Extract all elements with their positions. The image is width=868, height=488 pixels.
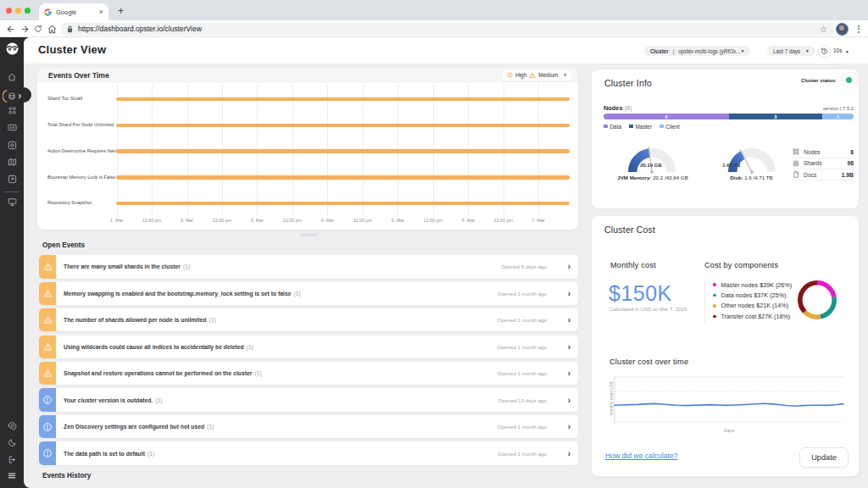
sidebar-logout-icon[interactable]: [0, 455, 24, 464]
event-row[interactable]: Zen Discovery settings are configured bu…: [39, 415, 578, 438]
opster-logo[interactable]: [0, 42, 24, 55]
cluster-status-badge: [842, 73, 856, 87]
events-history-title: Events History: [42, 472, 91, 480]
sidebar-monitor-icon[interactable]: [0, 197, 24, 207]
cluster-version: version | 7.5.2: [823, 106, 854, 111]
tab-title: Google: [56, 8, 99, 16]
refresh-icon[interactable]: [32, 23, 44, 35]
cluster-status-label: Cluster status:: [801, 78, 837, 83]
cost-donut-chart: [796, 279, 838, 321]
legend-dot: [713, 304, 716, 308]
event-row[interactable]: Snapshot and restore operations cannot b…: [39, 362, 578, 385]
sidebar-export-icon[interactable]: [0, 175, 24, 184]
event-row[interactable]: There are many small shards in the clust…: [39, 255, 578, 278]
sidebar-cluster-view-icon[interactable]: [0, 89, 24, 103]
chevron-right-icon[interactable]: ›: [568, 308, 570, 331]
window-minimize-button[interactable]: [15, 8, 21, 14]
back-icon[interactable]: [4, 23, 16, 35]
event-count: (1): [254, 370, 261, 376]
event-row[interactable]: Using wildcards could cause all indices …: [39, 336, 578, 358]
cost-chart-ylabel: Monthly costs US$: [609, 369, 614, 429]
chart-category-label: Action Destructive Requires Name: [47, 148, 120, 153]
event-title: Snapshot and restore operations cannot b…: [64, 362, 262, 385]
app-header: Cluster View Cluster | opster-mclb-logs …: [24, 37, 868, 64]
sidebar-nodes-icon[interactable]: [0, 106, 24, 115]
chevron-right-icon[interactable]: ›: [568, 336, 570, 358]
browser-tab[interactable]: Google ×: [39, 3, 108, 20]
update-button[interactable]: Update: [799, 447, 849, 468]
address-bar[interactable]: https://dashboard.opster.io/clusterView …: [60, 23, 834, 36]
event-row[interactable]: Memory swapping is enabled and the boots…: [39, 282, 578, 305]
sidebar-moon-icon[interactable]: [0, 438, 24, 447]
bookmark-star-icon[interactable]: ☆: [820, 25, 827, 34]
cost-components-label: Cost by components: [704, 261, 778, 269]
cost-over-time-chart: [592, 373, 859, 432]
sidebar-settings-box-icon[interactable]: [0, 141, 24, 150]
event-title: Your cluster version is outdated.(1): [64, 388, 163, 411]
sidebar-gear-icon[interactable]: [0, 421, 24, 430]
legend-dot: [713, 294, 716, 297]
auto-refresh-button[interactable]: [818, 45, 831, 58]
event-row[interactable]: Your cluster version is outdated.(1)Open…: [39, 388, 578, 411]
home-icon[interactable]: [46, 23, 58, 35]
tab-close-icon[interactable]: ×: [99, 8, 103, 16]
event-opened-label: Opened 1 month ago: [498, 441, 547, 464]
cost-note: Calculated in USD on Mar 7, 2023: [609, 307, 687, 312]
how-did-we-calculate-link[interactable]: How did we calculate?: [605, 452, 678, 460]
chevron-down-icon[interactable]: ▼: [845, 49, 849, 54]
event-opened-label: Opened 1 month ago: [498, 415, 547, 438]
sidebar-report-icon[interactable]: [0, 123, 24, 132]
nodes-legend: DataMasterClient: [604, 124, 680, 130]
chart-category-label: Shard Too Small: [47, 96, 82, 101]
x-tick-label: 12:00 pm: [205, 218, 239, 223]
forward-icon[interactable]: [19, 23, 31, 35]
chevron-right-icon[interactable]: ›: [568, 415, 570, 438]
cluster-cost-panel: Cluster Cost Monthly cost $150K Calculat…: [592, 216, 859, 476]
jvm-gauge-caption: JVM Memory: 20.2 /43.84 GB: [598, 175, 707, 180]
chevron-right-icon[interactable]: ›: [568, 255, 570, 278]
browser-menu-icon[interactable]: [854, 23, 863, 35]
x-tick-label: 3. Mar: [240, 218, 274, 223]
nodes-bar-segment: 3: [729, 114, 823, 119]
nodes-bar-segment: 1: [822, 114, 854, 119]
nodes-distribution-bar: 431: [604, 114, 854, 119]
info-circle-icon: [39, 415, 56, 438]
event-row[interactable]: The data path is set to default(1)Opened…: [39, 441, 578, 464]
cost-component-label: Other nodes $21K (14%): [721, 302, 789, 309]
chevron-right-icon[interactable]: ›: [568, 441, 570, 464]
warning-triangle-icon: [39, 255, 56, 278]
sidebar-home-icon[interactable]: [0, 73, 24, 81]
x-tick-label: 12:00 pm: [346, 218, 380, 223]
sidebar-menu-icon[interactable]: [0, 471, 24, 480]
x-tick-label: 12:00 pm: [487, 218, 520, 223]
app-window: Cluster View Cluster | opster-mclb-logs …: [0, 37, 868, 488]
chevron-right-icon[interactable]: ›: [568, 282, 570, 305]
chart-category-label: Bootstrap Memory Lock Is False: [47, 175, 115, 180]
severity-filter[interactable]: High Medium ▼: [502, 70, 572, 80]
refresh-interval-value[interactable]: 10s: [833, 47, 842, 53]
nodes-legend-item: Client: [659, 124, 680, 130]
event-row[interactable]: The number of shards allowed per node is…: [39, 308, 578, 331]
browser-profile-avatar[interactable]: [836, 23, 849, 36]
window-zoom-button[interactable]: [25, 8, 31, 14]
chevron-right-icon[interactable]: ›: [568, 388, 570, 411]
nodes-count: (8): [625, 104, 632, 112]
nodes-icon: [793, 148, 799, 155]
window-close-button[interactable]: [6, 8, 12, 14]
info-circle-icon: [39, 441, 56, 464]
event-count: (1): [294, 291, 301, 297]
chevron-right-icon[interactable]: ›: [568, 362, 570, 385]
sidebar-map-icon[interactable]: [0, 158, 24, 167]
chart-scroll-handle[interactable]: [299, 233, 318, 236]
stat-value: 8: [850, 149, 854, 155]
nodes-legend-item: Master: [629, 124, 652, 130]
event-title: Memory swapping is enabled and the boots…: [64, 282, 301, 305]
nodes-label: Nodes (8): [604, 104, 632, 112]
jvm-gauge-value: 20.19 GB: [626, 163, 676, 168]
event-opened-label: Opened 1 month ago: [498, 362, 547, 385]
monthly-cost-amount: $150K: [609, 281, 672, 306]
cluster-select[interactable]: Cluster | opster-mclb-logs (yRfOx... ▼: [644, 46, 750, 56]
x-tick-label: 5. Mar: [381, 218, 415, 223]
new-tab-button[interactable]: +: [114, 4, 128, 19]
date-range-select[interactable]: Last 7 days ▼: [767, 46, 815, 56]
